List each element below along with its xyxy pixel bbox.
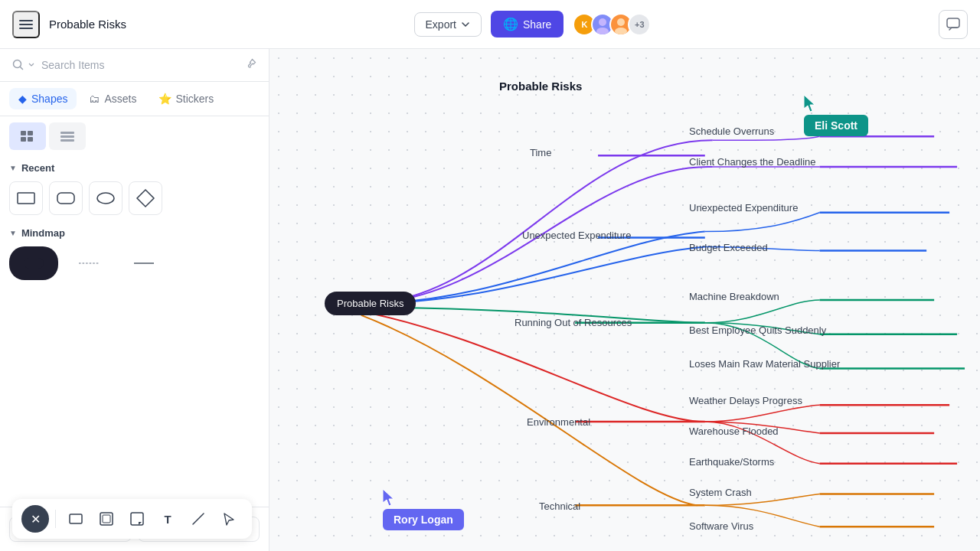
center-node-label: Probable Risks [337, 298, 403, 309]
toolbar-separator-1 [55, 510, 56, 528]
sidebar: ◆ Shapes 🗂 Assets ⭐ Stickers [0, 49, 270, 551]
mindmap-chevron: ▼ [9, 229, 17, 237]
leaf-system-crash: System Crash [689, 487, 752, 498]
sticky-tool[interactable] [123, 505, 151, 533]
comment-button[interactable] [939, 10, 968, 39]
mindmap-connector-solid[interactable] [119, 246, 168, 280]
shape-diamond[interactable] [129, 181, 162, 215]
svg-rect-17 [57, 193, 74, 204]
menu-button[interactable] [12, 11, 40, 38]
shape-rectangle[interactable] [9, 181, 43, 215]
search-dropdown-icon [28, 61, 35, 69]
sticky-icon [130, 512, 144, 526]
leaf-weather: Weather Delays Progress [689, 395, 802, 406]
line-tool[interactable] [185, 505, 212, 533]
leaf-schedule-overruns: Schedule Overruns [689, 126, 774, 137]
svg-rect-16 [18, 193, 34, 204]
tab-assets[interactable]: 🗂 Assets [80, 88, 145, 109]
svg-rect-13 [60, 132, 74, 134]
canvas[interactable]: Probable Risks [270, 49, 980, 551]
mindmap-section-header[interactable]: ▼ Mindmap [9, 227, 260, 239]
shape-ellipse[interactable] [89, 181, 122, 215]
leaf-machine-breakdown: Machine Breakdown [689, 291, 779, 302]
tab-shapes[interactable]: ◆ Shapes [9, 88, 77, 109]
svg-rect-30 [100, 513, 113, 525]
share-button[interactable]: 🌐 Share [491, 11, 564, 37]
svg-rect-2 [19, 28, 33, 29]
share-label: Share [523, 18, 551, 31]
mindmap-label: Mindmap [21, 227, 65, 239]
svg-rect-9 [21, 131, 26, 135]
pointer-tool[interactable] [215, 505, 243, 533]
document-title: Probable Risks [49, 18, 126, 31]
eli-scott-pointer: Eli Scott [804, 95, 868, 136]
leaf-warehouse: Warehouse Flooded [689, 425, 779, 437]
svg-rect-7 [947, 18, 959, 28]
line-icon [191, 512, 205, 526]
tab-stickers[interactable]: ⭐ Stickers [149, 88, 224, 109]
export-button[interactable]: Export [414, 12, 482, 37]
svg-rect-19 [24, 259, 44, 269]
svg-point-5 [617, 18, 625, 26]
sidebar-tabs: ◆ Shapes 🗂 Assets ⭐ Stickers [0, 82, 269, 116]
pointer-icon [222, 512, 236, 526]
svg-line-33 [193, 514, 204, 524]
rectangle-icon [69, 512, 83, 526]
svg-marker-52 [383, 489, 394, 506]
sg-tab-1[interactable] [9, 122, 46, 150]
svg-rect-10 [28, 131, 33, 135]
frame-icon [100, 512, 113, 526]
text-tool[interactable]: T [154, 505, 181, 533]
center-node[interactable]: Probable Risks [325, 292, 416, 315]
assets-tab-icon: 🗂 [89, 93, 100, 105]
search-bar [0, 49, 269, 82]
globe-icon: 🌐 [503, 17, 518, 31]
svg-rect-14 [60, 135, 74, 138]
assets-tab-label: Assets [104, 93, 136, 105]
shape-group-tabs [0, 116, 269, 156]
chevron-down-icon [461, 20, 470, 29]
branch-unexpected: Unexpected Expenditure [522, 230, 631, 241]
leaf-unexpected-expenditure: Unexpected Expenditure [689, 202, 798, 214]
shapes-content: ▼ Recent ▼ Mindmap [0, 156, 269, 507]
recent-section-header[interactable]: ▼ Recent [9, 162, 260, 174]
svg-point-6 [615, 28, 627, 34]
search-icon [12, 59, 24, 71]
frame-tool[interactable] [93, 505, 120, 533]
close-tool-button[interactable]: ✕ [21, 505, 49, 533]
svg-rect-11 [21, 137, 26, 142]
rory-logan-cursor-icon [383, 489, 398, 507]
svg-rect-1 [19, 24, 33, 25]
eli-scott-cursor-icon [804, 95, 819, 113]
avatar-overflow[interactable]: +3 [628, 13, 651, 36]
menu-icon [19, 18, 33, 31]
svg-rect-31 [103, 515, 110, 523]
comment-icon [946, 18, 960, 31]
svg-rect-0 [19, 20, 33, 21]
leaf-raw-material: Loses Main Raw Material Supplier [689, 358, 840, 370]
rectangle-tool[interactable] [62, 505, 90, 533]
shape-rounded-rect[interactable] [49, 181, 83, 215]
shapes-tab-label: Shapes [31, 93, 67, 105]
branch-technical: Technical [539, 500, 580, 512]
shapes-tab-icon: ◆ [18, 93, 27, 105]
svg-point-3 [599, 18, 606, 26]
mindmap-node[interactable] [9, 246, 58, 280]
recent-shapes-grid [9, 181, 260, 215]
collaborator-avatars: K +3 [573, 13, 651, 36]
stickers-tab-icon: ⭐ [158, 93, 172, 105]
rory-logan-pointer: Rory Logan [383, 489, 464, 530]
sg-tab-2[interactable] [49, 122, 86, 150]
mindmap-connector-dashed[interactable] [64, 246, 113, 280]
branch-time: Time [530, 147, 551, 158]
svg-point-18 [97, 193, 114, 204]
pin-icon [246, 58, 256, 72]
mindmap-shapes-grid [9, 246, 260, 280]
stickers-tab-label: Stickers [176, 93, 214, 105]
bottom-toolbar: ✕ T [12, 499, 252, 539]
search-input[interactable] [41, 59, 240, 71]
leaf-client-changes: Client Changes the Deadline [689, 156, 816, 168]
recent-label: Recent [21, 162, 54, 174]
export-label: Export [426, 18, 456, 31]
leaf-software-virus: Software Virus [689, 520, 753, 532]
